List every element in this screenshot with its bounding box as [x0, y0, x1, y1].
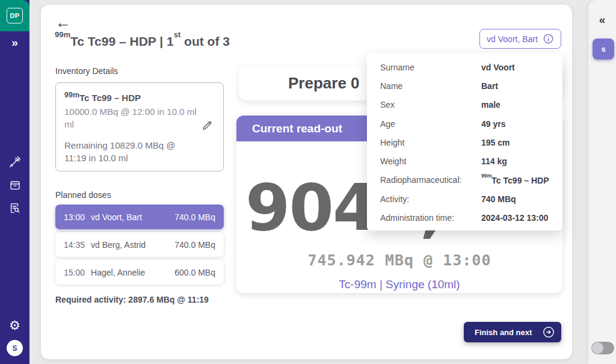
planned-doses-list: 13:00vd Voort, Bart740.0 MBq14:35vd Berg…: [55, 205, 224, 288]
user-avatar[interactable]: S: [7, 340, 23, 356]
patient-popup-row: Sexmale: [367, 96, 562, 114]
page-title: 99mTc Tc99 – HDP | 1st out of 3: [55, 34, 230, 49]
patient-popup-row: Height195 cm: [367, 133, 562, 152]
planned-doses-label: Planned doses: [55, 190, 111, 200]
dp-logo: DP: [7, 8, 23, 23]
edit-pencil-icon[interactable]: [201, 119, 214, 134]
inventory-activity-line: 10000.0 MBq @ 12:00 in 10.0 ml: [64, 105, 215, 118]
popup-row-label: Radiopharmaceutical:: [380, 175, 481, 185]
popup-row-value: Bart: [481, 81, 498, 91]
readout-big-visible: 904: [245, 170, 376, 245]
arrow-right-circle-icon: [542, 325, 555, 339]
title-main: Tc Tc99 – HDP | 1: [70, 34, 174, 48]
patient-info-button[interactable]: vd Voort, Bart: [479, 29, 561, 49]
popup-row-value: 2024-03-12 13:00: [481, 213, 548, 223]
inventory-details-box: 99mTc Tc99 – HDP 10000.0 MBq @ 12:00 in …: [55, 82, 224, 171]
popup-row-value: 195 cm: [481, 138, 510, 147]
inventory-details-label: Inventory Details: [55, 66, 118, 76]
dose-patient-name: vd Voort, Bart: [91, 212, 174, 222]
popup-row-label: Activity:: [380, 194, 481, 204]
left-sidebar: DP » ⚙ S: [0, 0, 29, 364]
inventory-isotope-sup: 99m: [64, 91, 79, 99]
report-search-icon[interactable]: [0, 202, 29, 215]
dose-activity: 600.0 MBq: [174, 268, 215, 277]
popup-row-value: 49 yrs: [481, 119, 505, 129]
dose-row[interactable]: 14:35vd Berg, Astrid740.0 MBq: [55, 232, 224, 257]
patient-popup-row: Radiopharmaceutical:99mTc Tc99 – HDP: [367, 171, 562, 190]
popup-row-label: Age: [380, 119, 481, 129]
popup-row-label: Sex: [380, 100, 481, 110]
finish-button-label: Finish and next: [475, 328, 532, 337]
popup-row-value: vd Voort: [481, 63, 515, 72]
dose-time: 14:35: [64, 240, 85, 250]
patient-popup-row: Activity:740 MBq: [367, 190, 562, 208]
sidebar-expand-icon[interactable]: »: [0, 36, 29, 49]
popup-row-label: Administration time:: [380, 213, 481, 223]
dose-time: 13:00: [64, 212, 85, 222]
title-isotope-sup: 99m: [55, 30, 70, 39]
popup-row-label: Surname: [380, 63, 481, 72]
required-activity-line: Required activity: 2897.6 MBq @ 11:19: [55, 295, 209, 304]
readout-sub-line: Tc-99m | Syringe (10ml): [236, 278, 562, 291]
dose-patient-name: Hagel, Annelie: [91, 268, 174, 277]
toggle-knob: [592, 342, 603, 354]
inventory-unit-line: ml: [64, 118, 215, 131]
dose-activity: 740.0 MBq: [174, 212, 215, 222]
archive-box-icon[interactable]: [0, 179, 29, 192]
patient-button-label: vd Voort, Bart: [487, 34, 538, 44]
inventory-remaining-line: Remaining 10829.0 MBq @ 11:19 in 10.0 ml: [64, 139, 194, 164]
back-arrow-icon[interactable]: ←: [55, 14, 71, 30]
patient-popup-row: NameBart: [367, 76, 562, 95]
theme-toggle[interactable]: [591, 342, 614, 354]
popup-row-value: male: [481, 100, 500, 110]
popup-row-label: Height: [380, 138, 481, 147]
finish-and-next-button[interactable]: Finish and next: [464, 322, 561, 342]
syringe-icon[interactable]: [0, 155, 29, 168]
dose-row[interactable]: 15:00Hagel, Annelie600.0 MBq: [55, 260, 224, 285]
prepare-title: Prepare 0: [288, 74, 360, 93]
popup-row-label: Name: [380, 81, 481, 91]
right-panel: « s: [588, 0, 616, 364]
dose-row[interactable]: 13:00vd Voort, Bart740.0 MBq: [55, 205, 224, 229]
collapse-chevrons-icon[interactable]: «: [588, 13, 616, 26]
readout-activity-line: 745.942 MBq @ 13:00: [236, 251, 562, 269]
info-icon: [543, 33, 554, 45]
patient-popup-row: Weight114 kg: [367, 152, 562, 170]
settings-gear-icon[interactable]: ⚙: [0, 319, 29, 332]
popup-row-label: Weight: [380, 156, 481, 166]
patient-popup-row: Surnamevd Voort: [367, 58, 562, 76]
title-tail: out of 3: [180, 34, 230, 48]
dose-time: 15:00: [64, 268, 85, 277]
patient-info-popup: Surnamevd VoortNameBartSexmaleAge49 yrsH…: [367, 53, 562, 230]
popup-row-value: 740 MBq: [481, 194, 516, 204]
patient-popup-row: Administration time:2024-03-12 13:00: [367, 208, 562, 227]
patient-popup-row: Age49 yrs: [367, 114, 562, 133]
dose-patient-name: vd Berg, Astrid: [91, 240, 174, 250]
title-ordinal-sup: st: [174, 30, 181, 39]
inventory-title: 99mTc Tc99 – HDP: [64, 91, 215, 103]
popup-row-value: 99mTc Tc99 – HDP: [481, 175, 549, 185]
popup-row-value: 114 kg: [481, 156, 507, 166]
app-logo-block: DP: [0, 0, 29, 31]
patient-popup-rows: Surnamevd VoortNameBartSexmaleAge49 yrsH…: [367, 58, 562, 227]
right-panel-tab-s[interactable]: s: [593, 39, 614, 60]
dose-activity: 740.0 MBq: [174, 240, 215, 250]
